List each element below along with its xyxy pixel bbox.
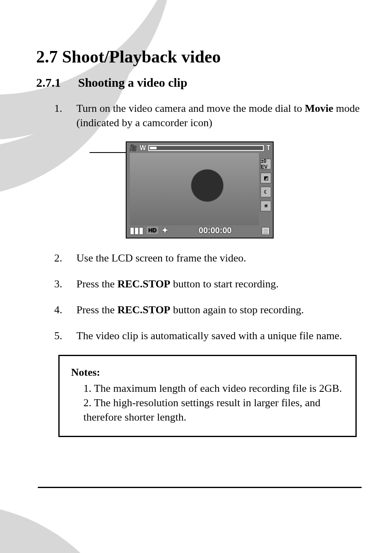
card-icon: ▤	[262, 225, 270, 235]
night-icon: ☾	[261, 187, 271, 197]
step-text: Press the	[76, 304, 118, 316]
timer-readout: 00:00:00	[199, 226, 232, 235]
notes-title: Notes:	[71, 365, 344, 379]
ev-badge: ±0 EV	[261, 159, 271, 169]
step-text: Press the	[76, 278, 118, 290]
lcd-scene-image	[130, 153, 259, 225]
step-item: 1. Turn on the video camera and move the…	[36, 101, 361, 130]
camcorder-icon: 🎥	[129, 144, 137, 152]
decor-swoosh	[0, 504, 140, 553]
subsection-title: Shooting a video clip	[78, 76, 187, 90]
section-heading: 2.7 Shoot/Playback video	[36, 47, 361, 67]
subsection-number: 2.7.1	[36, 76, 61, 90]
step-bold: Movie	[305, 102, 333, 114]
notes-item: 2. The high-resolution settings result i…	[83, 396, 344, 424]
zoom-bar	[148, 145, 264, 151]
step-text: The video clip is automatically saved wi…	[76, 330, 342, 342]
footer-rule	[38, 487, 362, 488]
step-item: 4. Press the REC.STOP button again to st…	[36, 303, 361, 317]
hd-badge: HD	[147, 227, 158, 234]
battery-icon: ▮▮▮	[130, 225, 143, 235]
notes-box: Notes: 1. The maximum length of each vid…	[58, 355, 357, 437]
step-text: button again to stop recording.	[171, 304, 304, 316]
step-number: 1.	[36, 101, 61, 130]
step-number: 5.	[36, 329, 61, 343]
step-item: 2. Use the LCD screen to frame the video…	[36, 251, 361, 265]
step-text: Turn on the video camera and move the mo…	[76, 102, 305, 114]
notes-item: 1. The maximum length of each video reco…	[83, 381, 344, 396]
step-number: 3.	[36, 277, 61, 291]
step-item: 5. The video clip is automatically saved…	[36, 329, 361, 343]
wb-icon: ◩	[261, 173, 271, 183]
step-text: button to start recording.	[171, 278, 279, 290]
step-number: 2.	[36, 251, 61, 265]
step-bold: REC.STOP	[118, 278, 171, 290]
focus-icon: ✦	[161, 225, 168, 235]
step-bold: REC.STOP	[118, 304, 171, 316]
callout-leader-line	[90, 152, 126, 153]
step-text: Use the LCD screen to frame the video.	[76, 252, 246, 264]
zoom-wide-label: W	[140, 144, 146, 152]
step-number: 4.	[36, 303, 61, 317]
step-item: 3. Press the REC.STOP button to start re…	[36, 277, 361, 291]
zoom-tele-label: T	[266, 144, 270, 152]
sun-icon: ☀	[261, 201, 271, 211]
lcd-preview: 🎥 W T ±0 EV ◩ ☾ ☀ ▮▮▮ HD ✦	[126, 141, 274, 238]
